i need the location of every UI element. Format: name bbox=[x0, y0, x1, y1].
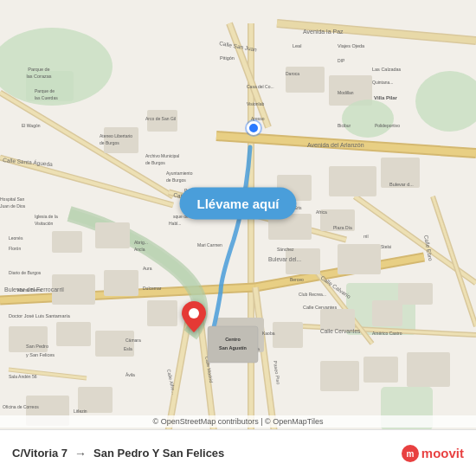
svg-rect-28 bbox=[95, 331, 134, 357]
svg-text:Pitigón: Pitigón bbox=[220, 55, 235, 61]
svg-text:Avenida la Paz: Avenida la Paz bbox=[303, 29, 344, 35]
svg-text:Ávila: Ávila bbox=[125, 372, 135, 377]
svg-text:y San Felices: y San Felices bbox=[26, 352, 55, 357]
svg-rect-24 bbox=[372, 300, 402, 326]
svg-text:Bicibur: Bicibur bbox=[338, 123, 351, 128]
svg-text:Leonés: Leonés bbox=[9, 235, 23, 241]
svg-text:Villa Pilar: Villa Pilar bbox=[374, 95, 398, 100]
destination-label: San Pedro Y San Felices bbox=[93, 447, 224, 460]
svg-rect-27 bbox=[56, 322, 91, 346]
svg-text:Ayuntamiento: Ayuntamiento bbox=[166, 170, 193, 176]
app: Avenida la Paz Calle San Juan Avenida de… bbox=[0, 0, 476, 476]
svg-text:Litlezin: Litlezin bbox=[74, 408, 87, 414]
svg-text:Avenida del Arlanzón: Avenida del Arlanzón bbox=[307, 142, 364, 148]
svg-rect-33 bbox=[407, 352, 450, 387]
moovit-logo: m moovit bbox=[402, 445, 464, 462]
svg-text:Parque de: Parque de bbox=[35, 88, 55, 93]
svg-point-34 bbox=[342, 100, 394, 138]
map-container: Avenida la Paz Calle San Juan Avenida de… bbox=[0, 0, 476, 476]
svg-text:Modillan: Modillan bbox=[338, 90, 354, 95]
svg-text:Hospital San: Hospital San bbox=[0, 196, 25, 202]
svg-text:Américo Castro: Américo Castro bbox=[372, 331, 402, 336]
svg-rect-115 bbox=[208, 326, 258, 363]
current-location-marker bbox=[247, 121, 261, 135]
svg-text:m: m bbox=[406, 449, 414, 459]
svg-text:rril: rril bbox=[363, 234, 369, 239]
svg-text:Iglesia de la: Iglesia de la bbox=[35, 214, 58, 219]
svg-text:Bulevar del...: Bulevar del... bbox=[268, 256, 301, 262]
svg-rect-15 bbox=[338, 244, 381, 274]
svg-text:Africa: Africa bbox=[316, 209, 327, 215]
svg-text:Habl...: Habl... bbox=[169, 221, 181, 226]
svg-text:Quintana...: Quintana... bbox=[372, 80, 393, 85]
svg-text:de Burgos: de Burgos bbox=[145, 160, 165, 165]
svg-text:Juan de Dios: Juan de Dios bbox=[0, 203, 26, 209]
svg-text:Las Calzadas: Las Calzadas bbox=[372, 67, 402, 72]
svg-text:San Pedro: San Pedro bbox=[26, 344, 48, 349]
svg-text:Bulevar d...: Bulevar d... bbox=[389, 182, 414, 187]
svg-text:Aura: Aura bbox=[143, 266, 152, 271]
svg-text:El Wagón: El Wagón bbox=[22, 123, 41, 128]
svg-text:Casa del Co...: Casa del Co... bbox=[247, 84, 274, 89]
svg-text:Parque de: Parque de bbox=[28, 67, 49, 72]
origin-label: C/Vitoria 7 bbox=[12, 447, 68, 460]
svg-text:Viajes Ojeda: Viajes Ojeda bbox=[338, 43, 365, 48]
svg-text:de Burgos: de Burgos bbox=[166, 177, 186, 183]
svg-rect-9 bbox=[329, 166, 376, 196]
svg-point-118 bbox=[189, 308, 199, 318]
svg-text:Ateneo Libertario: Ateneo Libertario bbox=[100, 133, 132, 138]
svg-text:Mama Tierra: Mama Tierra bbox=[17, 287, 42, 293]
svg-text:Berceo: Berceo bbox=[290, 277, 304, 282]
svg-rect-22 bbox=[273, 322, 303, 348]
svg-text:Ancla: Ancla bbox=[134, 247, 145, 252]
destination-pin bbox=[182, 301, 206, 336]
svg-text:San Agustín: San Agustín bbox=[219, 345, 248, 351]
svg-text:Stelsi: Stelsi bbox=[381, 244, 391, 249]
svg-text:Abrig...: Abrig... bbox=[134, 240, 148, 245]
svg-text:Sánchez: Sánchez bbox=[277, 247, 294, 252]
svg-text:las Corazas: las Corazas bbox=[26, 74, 51, 79]
svg-text:Arco de San Gil: Arco de San Gil bbox=[145, 116, 176, 121]
svg-text:Calle Cervantes: Calle Cervantes bbox=[320, 328, 361, 334]
svg-text:Florón: Florón bbox=[9, 246, 21, 251]
svg-text:de Burgos: de Burgos bbox=[100, 140, 119, 145]
svg-rect-31 bbox=[320, 361, 359, 391]
arrow-icon: → bbox=[74, 447, 87, 460]
svg-rect-17 bbox=[52, 231, 82, 253]
svg-text:Archivo Municipal: Archivo Municipal bbox=[145, 153, 179, 158]
svg-text:Calle Cervantes: Calle Cervantes bbox=[303, 305, 337, 310]
svg-text:Doctor José Luis Santamaría: Doctor José Luis Santamaría bbox=[9, 313, 71, 318]
svg-text:Mari Carmen: Mari Carmen bbox=[197, 242, 222, 248]
svg-text:Visitación: Visitación bbox=[35, 221, 54, 226]
svg-text:Polideportivo: Polideportivo bbox=[375, 123, 400, 128]
svg-text:Oficina de Correos: Oficina de Correos bbox=[3, 404, 39, 409]
navigate-button[interactable]: Llévame aquí bbox=[179, 188, 296, 220]
moovit-brand-text: moovit bbox=[421, 446, 464, 460]
moovit-icon: m bbox=[402, 445, 419, 462]
svg-text:Visionlab: Visionlab bbox=[247, 101, 264, 106]
bottom-bar: C/Vitoria 7 → San Pedro Y San Felices m … bbox=[0, 429, 476, 476]
svg-text:Kaoba: Kaoba bbox=[262, 331, 275, 336]
svg-rect-19 bbox=[104, 270, 138, 296]
svg-text:Daroca: Daroca bbox=[286, 71, 299, 76]
svg-rect-20 bbox=[147, 300, 177, 326]
svg-text:Centro: Centro bbox=[225, 337, 241, 342]
svg-text:Leal: Leal bbox=[293, 43, 301, 48]
svg-text:las Cuerdas: las Cuerdas bbox=[35, 95, 58, 100]
route-info: C/Vitoria 7 → San Pedro Y San Felices bbox=[12, 447, 402, 460]
svg-text:Esla: Esla bbox=[124, 346, 132, 351]
svg-text:Dulcemar: Dulcemar bbox=[143, 286, 162, 291]
svg-text:Sala Andén 56: Sala Andén 56 bbox=[9, 374, 37, 379]
svg-text:Diario de Burgos: Diario de Burgos bbox=[9, 270, 42, 275]
svg-text:Plaza Día: Plaza Día bbox=[333, 225, 352, 230]
svg-rect-32 bbox=[363, 357, 398, 383]
svg-text:Club Recrea...: Club Recrea... bbox=[299, 292, 326, 297]
svg-rect-16 bbox=[95, 222, 130, 248]
svg-rect-25 bbox=[398, 283, 433, 305]
svg-text:Cámara: Cámara bbox=[125, 338, 141, 343]
svg-text:DIP: DIP bbox=[338, 58, 345, 63]
map-attribution: © OpenStreetMap contributors | © OpenMap… bbox=[0, 415, 476, 428]
